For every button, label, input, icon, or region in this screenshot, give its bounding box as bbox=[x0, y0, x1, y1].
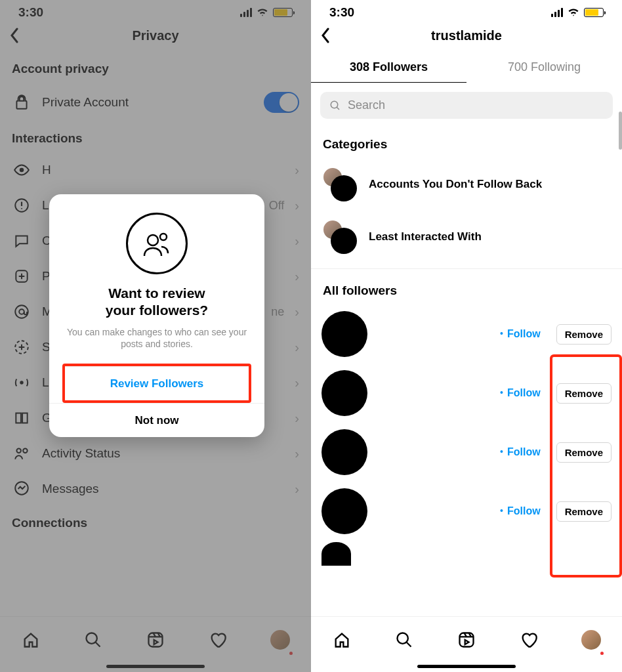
status-bar: 3:30 bbox=[0, 0, 311, 22]
home-indicator bbox=[417, 665, 516, 668]
private-account-toggle[interactable] bbox=[264, 92, 299, 113]
bottom-nav bbox=[0, 616, 311, 672]
review-followers-modal: Want to reviewyour followers? You can ma… bbox=[49, 194, 264, 437]
follower-avatar[interactable] bbox=[321, 488, 367, 534]
follow-link[interactable]: Follow bbox=[507, 446, 541, 458]
followers-screen: 3:30 trustlamide 308 Followers 700 Follo… bbox=[311, 0, 622, 672]
remove-button[interactable]: Remove bbox=[556, 501, 612, 522]
bottom-nav bbox=[311, 616, 622, 672]
messenger-icon bbox=[12, 480, 31, 497]
follower-row: •Follow Remove bbox=[321, 304, 612, 364]
svg-point-3 bbox=[15, 305, 28, 318]
comment-icon bbox=[12, 232, 31, 249]
chevron-right-icon: › bbox=[295, 304, 299, 320]
category-least-interacted[interactable]: Least Interacted With bbox=[311, 211, 622, 263]
search-icon bbox=[329, 100, 341, 112]
nav-search-icon[interactable] bbox=[393, 629, 415, 651]
scroll-indicator bbox=[619, 112, 622, 150]
nav-reels-icon[interactable] bbox=[455, 629, 478, 651]
nav-profile-avatar[interactable] bbox=[269, 629, 291, 651]
alert-icon bbox=[12, 197, 31, 214]
follower-avatar[interactable] bbox=[321, 429, 367, 475]
categories-header: Categories bbox=[311, 128, 622, 158]
svg-rect-16 bbox=[459, 633, 473, 647]
review-followers-button[interactable]: Review Followers bbox=[65, 366, 249, 400]
battery-icon bbox=[584, 8, 604, 17]
status-time: 3:30 bbox=[18, 5, 43, 20]
lock-icon bbox=[12, 94, 31, 111]
chevron-right-icon: › bbox=[295, 411, 299, 426]
chevron-right-icon: › bbox=[295, 340, 299, 355]
svg-point-15 bbox=[398, 633, 408, 644]
not-now-button[interactable]: Not now bbox=[49, 403, 264, 437]
nav-bar: trustlamide bbox=[311, 22, 622, 52]
remove-button[interactable]: Remove bbox=[556, 383, 612, 404]
svg-point-8 bbox=[23, 448, 27, 453]
eye-icon bbox=[12, 161, 31, 178]
follower-tabs: 308 Followers 700 Following bbox=[311, 52, 622, 83]
category-avatar bbox=[321, 166, 358, 203]
svg-point-13 bbox=[160, 234, 167, 240]
chevron-right-icon: › bbox=[295, 446, 299, 461]
post-icon bbox=[12, 268, 31, 285]
modal-subtitle: You can make changes to who can see your… bbox=[62, 326, 251, 351]
chevron-right-icon: › bbox=[295, 375, 299, 390]
followers-list: •Follow Remove •Follow Remove •Follow Re… bbox=[311, 304, 622, 567]
signal-icon bbox=[240, 8, 252, 17]
battery-icon bbox=[273, 8, 293, 17]
status-right bbox=[240, 6, 293, 19]
nav-home-icon[interactable] bbox=[20, 629, 42, 651]
follower-avatar[interactable] bbox=[321, 311, 367, 357]
category-not-follow-back[interactable]: Accounts You Don't Follow Back bbox=[311, 158, 622, 211]
svg-point-14 bbox=[331, 101, 338, 108]
page-title: Privacy bbox=[29, 28, 282, 43]
section-connections: Connections bbox=[0, 507, 311, 537]
status-bar: 3:30 bbox=[311, 0, 622, 22]
nav-profile-avatar[interactable] bbox=[580, 629, 602, 651]
chevron-right-icon: › bbox=[295, 198, 299, 213]
search-input[interactable]: Search bbox=[320, 92, 613, 119]
nav-activity-icon[interactable] bbox=[207, 629, 229, 651]
tab-following[interactable]: 700 Following bbox=[466, 52, 622, 83]
follower-row: •Follow Remove bbox=[321, 482, 612, 541]
svg-point-0 bbox=[20, 168, 24, 173]
wifi-icon bbox=[567, 6, 580, 19]
section-account-privacy: Account privacy bbox=[0, 52, 311, 83]
svg-point-10 bbox=[87, 633, 97, 644]
home-indicator bbox=[106, 665, 205, 668]
svg-rect-11 bbox=[148, 633, 162, 647]
follower-row bbox=[321, 541, 612, 567]
privacy-screen: 3:30 Privacy Account privacy Private Acc… bbox=[0, 0, 311, 672]
interaction-row[interactable]: H› bbox=[0, 152, 311, 188]
follower-avatar[interactable] bbox=[321, 370, 367, 416]
all-followers-header: All followers bbox=[311, 274, 622, 304]
follower-avatar[interactable] bbox=[321, 542, 351, 566]
follower-row: •Follow Remove bbox=[321, 364, 612, 423]
remove-button[interactable]: Remove bbox=[556, 324, 612, 345]
follow-link[interactable]: Follow bbox=[507, 505, 541, 517]
remove-button[interactable]: Remove bbox=[556, 442, 612, 463]
chevron-right-icon: › bbox=[295, 269, 299, 284]
chevron-right-icon: › bbox=[295, 234, 299, 249]
activity-status-row[interactable]: Activity Status› bbox=[0, 436, 311, 471]
profile-title: trustlamide bbox=[340, 28, 593, 43]
nav-reels-icon[interactable] bbox=[144, 629, 167, 651]
modal-title: Want to reviewyour followers? bbox=[62, 285, 251, 320]
nav-home-icon[interactable] bbox=[331, 629, 353, 651]
back-button[interactable] bbox=[9, 28, 29, 43]
follow-link[interactable]: Follow bbox=[507, 328, 541, 340]
people-icon bbox=[126, 213, 188, 274]
live-icon bbox=[12, 374, 31, 391]
signal-icon bbox=[551, 8, 563, 17]
messages-row[interactable]: Messages› bbox=[0, 471, 311, 507]
mention-icon bbox=[12, 303, 31, 320]
follow-link[interactable]: Follow bbox=[507, 387, 541, 399]
back-button[interactable] bbox=[320, 28, 340, 43]
nav-search-icon[interactable] bbox=[82, 629, 104, 651]
search-placeholder: Search bbox=[348, 98, 385, 112]
follower-row: •Follow Remove bbox=[321, 423, 612, 482]
private-account-label: Private Account bbox=[42, 95, 253, 110]
tab-followers[interactable]: 308 Followers bbox=[311, 52, 466, 83]
nav-activity-icon[interactable] bbox=[518, 629, 540, 651]
activity-icon bbox=[12, 445, 31, 462]
